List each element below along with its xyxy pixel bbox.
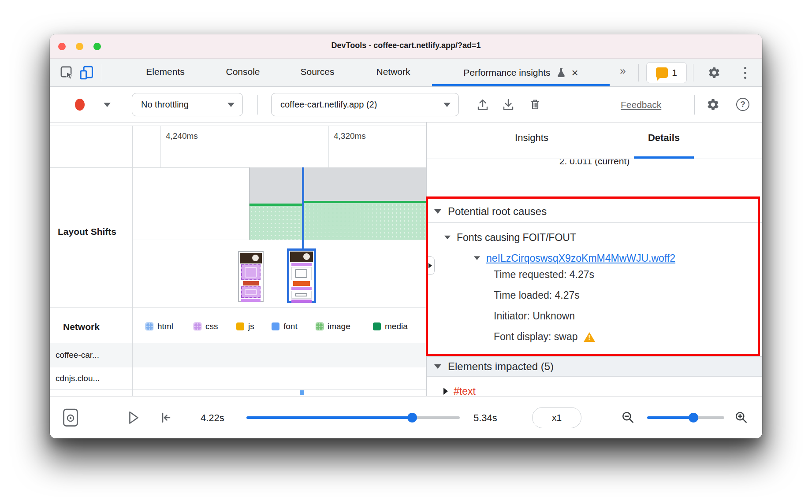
skip-to-start-icon[interactable] — [158, 411, 173, 424]
collapse-triangle-icon — [434, 364, 441, 369]
tree-item-font-file[interactable]: neILzCirqoswsqX9zoKmM4MwWJU.woff2 — [473, 251, 675, 266]
active-tab-indicator — [432, 84, 610, 86]
tab-performance-insights[interactable]: Performance insights × — [432, 59, 610, 87]
network-request-marker — [300, 390, 304, 395]
tab-sources[interactable]: Sources — [300, 67, 334, 77]
collapse-triangle-icon — [434, 209, 441, 214]
legend-label: image — [328, 322, 350, 331]
legend-swatch — [272, 322, 279, 330]
chevron-down-icon — [443, 103, 451, 107]
download-trace-icon[interactable] — [501, 98, 515, 112]
devtools-window: DevTools - coffee-cart.netlify.app/?ad=1… — [50, 34, 762, 438]
tab-insights[interactable]: Insights — [496, 132, 567, 144]
legend-swatch — [373, 322, 381, 330]
request-row-label: coffee-car... — [56, 350, 99, 360]
record-button[interactable] — [75, 99, 85, 111]
issues-warning-badge[interactable]: 1 — [646, 62, 687, 83]
expand-triangle-icon — [443, 388, 448, 395]
font-property: Time requested: 4.27s — [494, 264, 594, 285]
details-panel: Insights Details 2. 0.011 (current) Pote… — [426, 122, 762, 396]
section-potential-root-causes[interactable]: Potential root causes — [427, 201, 762, 223]
font-file-link[interactable]: neILzCirqoswsqX9zoKmM4MwWJU.woff2 — [486, 252, 675, 264]
legend-swatch — [194, 322, 201, 330]
collapse-triangle-icon — [444, 236, 451, 240]
titlebar: DevTools - coffee-cart.netlify.app/?ad=1 — [50, 34, 762, 59]
issues-bubble-icon — [656, 67, 668, 78]
cls-score-fill — [303, 203, 426, 240]
tab-network[interactable]: Network — [376, 67, 410, 77]
font-property: Font display: swap — [494, 326, 595, 347]
throttling-select-value: No throttling — [141, 100, 189, 110]
impacted-node-label: #text — [454, 385, 476, 397]
network-request-row[interactable]: coffee-car... — [50, 343, 426, 367]
zoom-in-icon[interactable] — [734, 411, 749, 425]
cls-gray-region — [303, 167, 426, 203]
settings-gear-icon[interactable] — [708, 66, 721, 79]
screenshot-header — [240, 253, 262, 263]
section-elements-impacted[interactable]: Elements impacted (5) — [427, 356, 762, 377]
zoom-slider-thumb[interactable] — [689, 413, 698, 422]
coffee-cup-icon — [252, 255, 259, 261]
zoom-out-icon[interactable] — [621, 411, 635, 425]
issues-count: 1 — [672, 67, 677, 78]
timeline-slider-filled[interactable] — [246, 416, 412, 419]
collapse-triangle-icon — [474, 256, 480, 260]
font-property: Initiator: Unknown — [494, 306, 575, 326]
sidebar-toggle-handle[interactable] — [426, 256, 435, 275]
window-title: DevTools - coffee-cart.netlify.app/?ad=1 — [50, 41, 762, 50]
screenshot-stage: DevTools - coffee-cart.netlify.app/?ad=1… — [0, 0, 812, 504]
devtools-tabbar: Elements Console Sources Network Perform… — [50, 59, 762, 87]
tree-item-label: Fonts causing FOIT/FOUT — [457, 232, 576, 244]
playback-footer: 4.22s 5.34s x1 — [50, 396, 762, 438]
throttling-select[interactable]: No throttling — [132, 93, 243, 116]
more-options-icon[interactable] — [744, 67, 746, 79]
delete-trace-icon[interactable] — [528, 97, 542, 111]
screenshot-preview-icon[interactable] — [62, 408, 79, 427]
timeline-panel: 4,240ms 4,320ms Layout Shifts — [50, 122, 426, 396]
close-tab-icon[interactable]: × — [572, 67, 578, 78]
more-tabs-icon[interactable]: » — [620, 65, 626, 77]
tab-details[interactable]: Details — [629, 132, 699, 144]
play-icon[interactable] — [127, 411, 140, 425]
coffee-cup-icon — [303, 253, 310, 260]
timeline-slider-track[interactable] — [412, 416, 460, 419]
section-title: Elements impacted (5) — [448, 360, 554, 373]
performance-controlbar: No throttling coffee-cart.netlify.app (2… — [50, 87, 762, 122]
tree-item-fonts-foit-fout[interactable]: Fonts causing FOIT/FOUT — [444, 230, 576, 245]
legend-item-media: media — [373, 322, 408, 331]
legend-label: css — [205, 322, 218, 331]
ruler-tick-label: 4,320ms — [334, 131, 366, 141]
record-options-caret-icon[interactable] — [104, 103, 111, 107]
layout-shift-screenshot[interactable] — [238, 251, 264, 302]
legend-label: html — [157, 322, 173, 331]
toggle-device-toolbar-icon[interactable] — [79, 65, 95, 81]
inspect-element-icon[interactable] — [60, 65, 74, 80]
legend-item-image: image — [316, 322, 350, 331]
network-track-label: Network — [63, 320, 100, 334]
font-property: Time loaded: 4.27s — [494, 285, 580, 306]
page-select[interactable]: coffee-cart.netlify.app (2) — [271, 93, 459, 116]
tab-console[interactable]: Console — [226, 67, 260, 77]
legend-label: js — [248, 322, 254, 331]
tree-item-impacted-node[interactable]: #text — [443, 383, 476, 396]
settings-gear-icon[interactable] — [706, 98, 720, 111]
zoom-slider-filled[interactable] — [647, 416, 693, 419]
tab-elements[interactable]: Elements — [146, 67, 185, 77]
help-icon[interactable]: ? — [736, 98, 749, 111]
cls-gray-region — [250, 167, 303, 205]
upload-trace-icon[interactable] — [476, 98, 490, 112]
layout-shift-screenshot-selected[interactable] — [287, 248, 316, 303]
selected-shift-marker-line — [302, 167, 304, 249]
cls-score-fill — [250, 206, 303, 240]
timeline-slider-thumb[interactable] — [407, 413, 417, 422]
network-request-row[interactable]: cdnjs.clou... — [50, 367, 426, 389]
legend-item-html: html — [145, 322, 173, 331]
warning-icon — [584, 332, 595, 342]
legend-item-css: css — [194, 322, 218, 331]
main-area: 4,240ms 4,320ms Layout Shifts — [50, 122, 762, 396]
scrolled-list-item: 2. 0.011 (current) — [427, 159, 762, 174]
feedback-link[interactable]: Feedback — [621, 100, 661, 110]
current-time-label: 4.22s — [201, 412, 224, 424]
ruler-tick-label: 4,240ms — [166, 131, 198, 141]
playback-speed-button[interactable]: x1 — [532, 407, 581, 428]
